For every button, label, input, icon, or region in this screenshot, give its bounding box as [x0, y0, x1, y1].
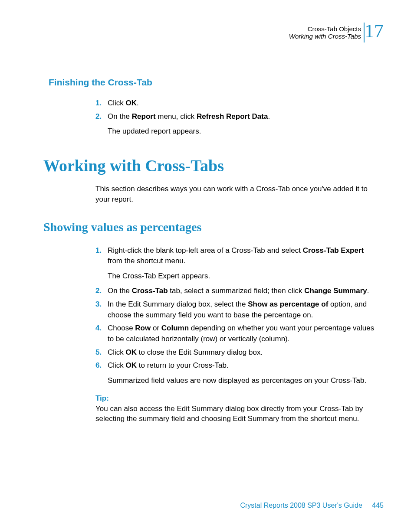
footer-guide-name: Crystal Reports 2008 SP3 User's Guide	[240, 502, 362, 509]
tip-text: You can also access the Edit Summary dia…	[95, 404, 379, 424]
step-text: On the Cross-Tab tab, select a summarize…	[108, 286, 379, 297]
step-number: 2.	[95, 286, 108, 297]
list-item: 2. On the Cross-Tab tab, select a summar…	[95, 286, 379, 297]
step-result-text: The Cross-Tab Expert appears.	[108, 271, 379, 282]
heading-showing-values-as-percentages: Showing values as percentages	[43, 220, 384, 234]
step-number: 1.	[95, 245, 108, 267]
footer-page-number: 445	[372, 502, 384, 509]
step-number: 5.	[95, 347, 108, 358]
step-text: Right-click the blank top-left area of a…	[108, 245, 379, 267]
list-item: 4. Choose Row or Column depending on whe…	[95, 323, 379, 344]
chapter-number: 17	[365, 22, 384, 41]
step-text: Click OK to return to your Cross-Tab.	[108, 360, 379, 371]
step-text: On the Report menu, click Refresh Report…	[108, 111, 379, 122]
heading-finishing-cross-tab: Finishing the Cross-Tab	[49, 77, 384, 88]
step-number: 4.	[95, 323, 108, 344]
list-item: 1. Click OK.	[95, 98, 379, 109]
percentage-steps-list: 1. Right-click the blank top-left area o…	[95, 245, 379, 267]
list-item: 6. Click OK to return to your Cross-Tab.	[95, 360, 379, 371]
step-number: 1.	[95, 98, 108, 109]
step-number: 2.	[95, 111, 108, 122]
chapter-title: Cross-Tab Objects	[289, 25, 361, 33]
section-title-header: Working with Cross-Tabs	[289, 33, 361, 40]
intro-paragraph: This section describes ways you can work…	[95, 184, 379, 205]
step-text: Click OK.	[108, 98, 379, 109]
list-item: 3. In the Edit Summary dialog box, selec…	[95, 299, 379, 320]
page-header: Cross-Tab Objects Working with Cross-Tab…	[43, 25, 384, 47]
heading-working-with-cross-tabs: Working with Cross-Tabs	[43, 156, 384, 175]
list-item: 1. Right-click the blank top-left area o…	[95, 245, 379, 267]
step-result-text: The updated report appears.	[108, 126, 379, 137]
step-number: 6.	[95, 360, 108, 371]
step-number: 3.	[95, 299, 108, 320]
percentage-steps-list-cont: 2. On the Cross-Tab tab, select a summar…	[95, 286, 379, 371]
step-result-text: Summarized field values are now displaye…	[108, 375, 379, 386]
finishing-steps-list: 1. Click OK. 2. On the Report menu, clic…	[95, 98, 379, 122]
list-item: 5. Click OK to close the Edit Summary di…	[95, 347, 379, 358]
list-item: 2. On the Report menu, click Refresh Rep…	[95, 111, 379, 122]
step-text: Choose Row or Column depending on whethe…	[108, 323, 379, 344]
step-text: In the Edit Summary dialog box, select t…	[108, 299, 379, 320]
page-footer: Crystal Reports 2008 SP3 User's Guide 44…	[240, 502, 384, 509]
page-content: Cross-Tab Objects Working with Cross-Tab…	[0, 0, 414, 424]
tip-label: Tip:	[95, 394, 384, 403]
step-text: Click OK to close the Edit Summary dialo…	[108, 347, 379, 358]
header-text-block: Cross-Tab Objects Working with Cross-Tab…	[289, 25, 361, 40]
